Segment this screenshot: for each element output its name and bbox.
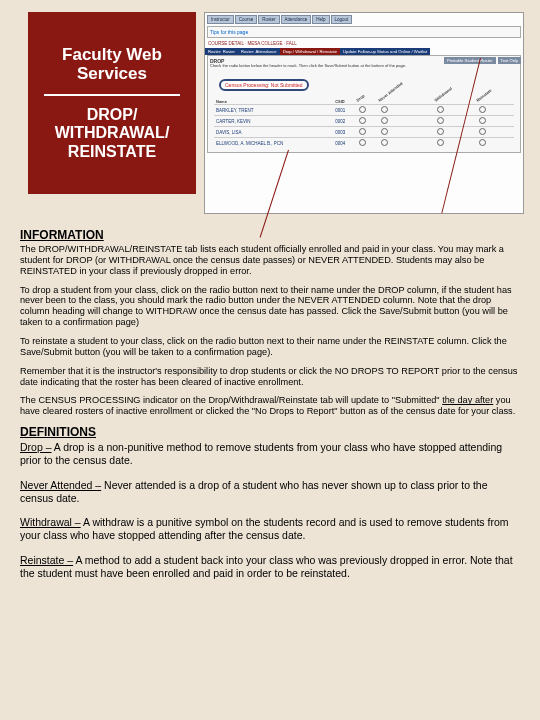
col-reinstate: Reinstate [465,66,507,105]
tab-logout[interactable]: Logout [331,15,353,24]
def-reinstate-label: Reinstate – [20,554,73,566]
radio-never[interactable] [381,128,388,135]
table-row: ELLWOOD, A. MICHAEL B., PCN0004 [214,138,514,149]
course-panel: Tips for this page [207,26,521,38]
cell-id: 0002 [333,116,356,127]
census-badge: Census Processing: Not Submitted [219,79,309,91]
text-only-button[interactable]: Text Only [498,57,521,64]
cell-name: DAVIS, LISA [214,127,333,138]
table-row: BARKLEY, TRENT0001 [214,105,514,116]
information-heading: INFORMATION [20,228,520,242]
cell-id: 0003 [333,127,356,138]
radio-reinstate[interactable] [479,106,486,113]
info-p5a: The CENSUS PROCESSING indicator on the D… [20,395,442,405]
radio-never[interactable] [381,117,388,124]
def-reinstate: Reinstate – A method to add a student ba… [20,554,520,580]
drop-panel: DROP Check the radio button below the he… [207,55,521,153]
title-banner: Faculty Web Services DROP/ WITHDRAWAL/ R… [28,12,196,194]
radio-reinstate[interactable] [479,117,486,124]
banner-title: Faculty Web Services [34,45,190,84]
radio-drop[interactable] [359,128,366,135]
subtab-followup[interactable]: Update Follow-up Status and Online / Wai… [340,48,430,55]
tab-course[interactable]: Course [235,15,258,24]
def-withdrawal-text: A withdraw is a punitive symbol on the s… [20,516,509,541]
tab-attendance[interactable]: Attendance [281,15,312,24]
definitions-heading: DEFINITIONS [20,425,520,439]
banner-subtitle: DROP/ WITHDRAWAL/ REINSTATE [34,106,190,161]
radio-withdrawal[interactable] [437,106,444,113]
printable-roster-button[interactable]: Printable Student Roster [444,57,496,64]
cell-id: 0001 [333,105,356,116]
radio-never[interactable] [381,139,388,146]
def-reinstate-text: A method to add a student back into your… [20,554,513,579]
cell-name: ELLWOOD, A. MICHAEL B., PCN [214,138,333,149]
breadcrumb: COURSE DETAIL · MESA COLLEGE · FALL [205,40,523,47]
info-p3: To reinstate a student to your class, cl… [20,336,520,358]
radio-drop[interactable] [359,106,366,113]
radio-withdrawal[interactable] [437,139,444,146]
def-withdrawal: Withdrawal – A withdraw is a punitive sy… [20,516,520,542]
table-row: DAVIS, LISA0003 [214,127,514,138]
info-p2: To drop a student from your class, click… [20,285,520,328]
nav-tabs: Instructor Course Roster Attendance Help… [205,13,523,24]
tab-roster[interactable]: Roster [258,15,279,24]
info-p5: The CENSUS PROCESSING indicator on the D… [20,395,520,417]
app-screenshot: Instructor Course Roster Attendance Help… [204,12,524,214]
def-never: Never Attended – Never attended is a dro… [20,479,520,505]
radio-withdrawal[interactable] [437,117,444,124]
def-drop: Drop – A drop is a non-punitive method t… [20,441,520,467]
radio-never[interactable] [381,106,388,113]
radio-reinstate[interactable] [479,128,486,135]
sub-tabs: Roster: Roster Roster: Attendance Drop /… [205,48,523,55]
subtab-roster[interactable]: Roster: Roster [205,48,238,55]
student-table: Name CSID Drop Never Attended Withdrawal… [214,84,514,148]
def-withdrawal-label: Withdrawal – [20,516,81,528]
cell-name: CARTER, KEVIN [214,116,333,127]
info-p5-underline: the day after [442,395,493,405]
col-withdrawal: Withdrawal [422,63,468,105]
info-p1: The DROP/WITHDRAWAL/REINSTATE tab lists … [20,244,520,277]
tab-help[interactable]: Help [312,15,329,24]
table-row: CARTER, KEVIN0002 [214,116,514,127]
drop-note: Check the radio button below the header … [210,64,518,68]
subtab-attendance[interactable]: Roster: Attendance [238,48,280,55]
radio-reinstate[interactable] [479,139,486,146]
subtab-drop[interactable]: Drop / Withdrawal / Reinstate [280,48,340,55]
info-p4: Remember that it is the instructor's res… [20,366,520,388]
tips-link[interactable]: Tips for this page [210,29,518,35]
radio-withdrawal[interactable] [437,128,444,135]
radio-drop[interactable] [359,139,366,146]
divider [44,94,180,96]
def-drop-label: Drop – [20,441,52,453]
radio-drop[interactable] [359,117,366,124]
tab-instructor[interactable]: Instructor [207,15,234,24]
cell-id: 0004 [333,138,356,149]
cell-name: BARKLEY, TRENT [214,105,333,116]
def-drop-text: A drop is a non-punitive method to remov… [20,441,502,466]
def-never-label: Never Attended – [20,479,101,491]
